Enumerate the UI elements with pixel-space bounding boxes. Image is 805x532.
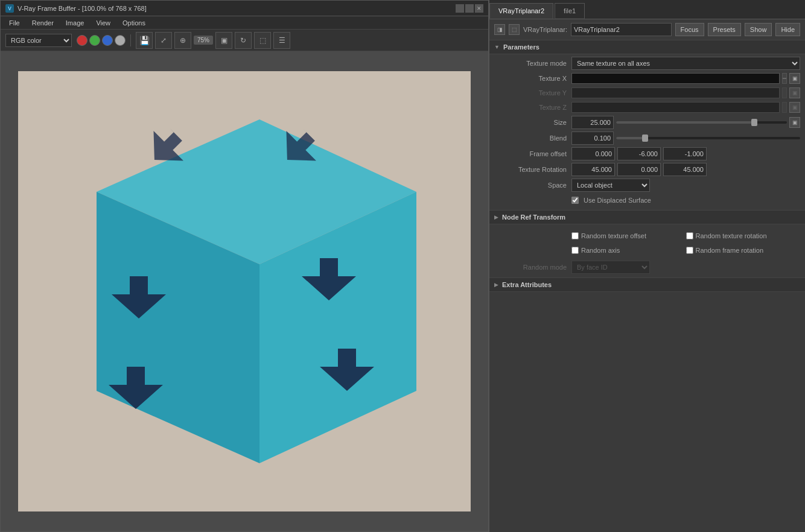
- random-texture-offset-row: Random texture offset: [571, 229, 686, 242]
- presets-btn[interactable]: Presets: [708, 23, 741, 36]
- tab-vray-triplanar2[interactable]: VRayTriplanar2: [489, 3, 553, 19]
- texture-x-swatch[interactable]: [571, 73, 780, 84]
- color-dot-white[interactable]: [115, 35, 126, 46]
- size-label: Size: [494, 119, 567, 126]
- frame-offset-x[interactable]: [571, 147, 615, 160]
- parameters-header[interactable]: ▼ Parameters: [489, 40, 805, 54]
- random-texture-offset-checkbox[interactable]: [571, 232, 579, 239]
- texture-z-icon[interactable]: ▣: [789, 102, 800, 113]
- texture-rotation-x[interactable]: [571, 163, 615, 176]
- frame-offset-y[interactable]: [617, 147, 661, 160]
- camera-btn[interactable]: ⬚: [254, 32, 271, 49]
- rotate-btn[interactable]: ↻: [235, 32, 252, 49]
- random-mode-row: Random mode By face ID: [489, 259, 805, 275]
- texture-y-row: Texture Y ▣: [489, 86, 805, 100]
- prop-header-row: ◨ ⬚ VRayTriplanar: Focus Presets Show Hi…: [489, 19, 805, 40]
- texture-x-slider[interactable]: [782, 73, 787, 84]
- expand-btn[interactable]: ⤢: [155, 32, 172, 49]
- color-dot-red[interactable]: [77, 35, 88, 46]
- vfb-close-btn[interactable]: ✕: [475, 4, 483, 13]
- use-displaced-label: Use Displaced Surface: [584, 197, 651, 204]
- texture-y-slider[interactable]: [782, 87, 787, 98]
- size-row: Size ▣: [489, 115, 805, 130]
- random-texture-rotation-checkbox[interactable]: [686, 232, 693, 239]
- menu-view[interactable]: View: [90, 18, 116, 28]
- menu-image[interactable]: Image: [60, 18, 91, 28]
- save-btn[interactable]: 💾: [136, 32, 153, 49]
- blend-input[interactable]: [571, 131, 614, 145]
- size-icon[interactable]: ▣: [789, 117, 800, 128]
- tab-file1[interactable]: file1: [555, 3, 585, 19]
- space-label: Space: [494, 182, 567, 189]
- extra-attributes-header[interactable]: ▶ Extra Attributes: [489, 277, 805, 292]
- vfb-titlebar: V V-Ray Frame Buffer - [100.0% of 768 x …: [1, 1, 488, 16]
- menu-options[interactable]: Options: [116, 18, 151, 28]
- vfb-menubar: File Render Image View Options: [1, 16, 488, 30]
- menu-file[interactable]: File: [3, 18, 26, 28]
- extra-attributes-title: Extra Attributes: [502, 281, 552, 288]
- texture-z-swatch[interactable]: [571, 102, 780, 113]
- node-ref-arrow-icon: ▶: [494, 214, 498, 220]
- frame-offset-z[interactable]: [663, 147, 707, 160]
- parameters-title: Parameters: [503, 43, 539, 51]
- layers-btn[interactable]: ☰: [273, 32, 290, 49]
- size-slider-track[interactable]: [616, 121, 787, 124]
- random-frame-rotation-label: Random frame rotation: [696, 247, 764, 254]
- texture-mode-label: Texture mode: [494, 60, 567, 67]
- texture-rotation-z[interactable]: [663, 163, 707, 176]
- texture-x-label: Texture X: [494, 75, 567, 82]
- random-frame-rotation-checkbox[interactable]: [686, 247, 693, 254]
- space-select[interactable]: Local object: [571, 179, 650, 192]
- focus-btn[interactable]: Focus: [675, 23, 704, 36]
- vfb-title: V-Ray Frame Buffer - [100.0% of 768 x 76…: [18, 5, 456, 12]
- use-displaced-checkbox[interactable]: [571, 197, 579, 204]
- texture-z-row: Texture Z ▣: [489, 100, 805, 115]
- texture-z-slider[interactable]: [782, 102, 787, 113]
- vfb-toolbar: RGB color 💾 ⤢ ⊕ 75% ▣ ↻ ⬚ ☰: [1, 30, 488, 51]
- texture-mode-row: Texture mode Same texture on all axes: [489, 55, 805, 71]
- vfb-window-controls: ✕: [456, 4, 483, 13]
- texture-x-row: Texture X ▣: [489, 71, 805, 86]
- collapse-icon1[interactable]: ◨: [494, 24, 505, 35]
- texture-rotation-label: Texture Rotation: [494, 166, 567, 173]
- prop-tabs: VRayTriplanar2 file1: [489, 0, 805, 19]
- canvas-area: [1, 51, 488, 531]
- vfb-maximize-btn[interactable]: [465, 4, 474, 13]
- color-dot-blue[interactable]: [102, 35, 113, 46]
- texture-mode-select[interactable]: Same texture on all axes: [571, 57, 800, 70]
- frame-btn[interactable]: ▣: [215, 32, 232, 49]
- random-mode-select[interactable]: By face ID: [571, 261, 650, 274]
- frame-offset-row: Frame offset: [489, 146, 805, 162]
- toolbar-sep1: [130, 34, 131, 46]
- hide-btn[interactable]: Hide: [775, 23, 800, 36]
- vray-triplanar-input[interactable]: [571, 23, 672, 36]
- extra-attributes-arrow-icon: ▶: [494, 282, 498, 288]
- blend-slider-track[interactable]: [616, 137, 800, 139]
- blend-row: Blend: [489, 130, 805, 146]
- size-input[interactable]: [571, 116, 614, 129]
- random-texture-rotation-row: Random texture rotation: [686, 229, 801, 242]
- random-axis-checkbox[interactable]: [571, 247, 579, 254]
- random-axis-label: Random axis: [581, 247, 620, 254]
- texture-y-swatch[interactable]: [571, 87, 780, 98]
- vfb-minimize-btn[interactable]: [456, 4, 464, 13]
- random-texture-offset-label: Random texture offset: [581, 232, 646, 239]
- frame-offset-label: Frame offset: [494, 150, 567, 157]
- zoom-badge: 75%: [194, 36, 213, 45]
- channel-select[interactable]: RGB color: [5, 34, 72, 47]
- blend-label: Blend: [494, 135, 567, 142]
- texture-x-icon[interactable]: ▣: [789, 73, 800, 84]
- properties-panel: VRayTriplanar2 file1 ◨ ⬚ VRayTriplanar: …: [489, 0, 805, 532]
- collapse-icon2[interactable]: ⬚: [509, 24, 520, 35]
- crosshair-btn[interactable]: ⊕: [174, 32, 191, 49]
- node-ref-header[interactable]: ▶ Node Ref Transform: [489, 210, 805, 224]
- menu-render[interactable]: Render: [26, 18, 60, 28]
- texture-rotation-y[interactable]: [617, 163, 661, 176]
- color-dot-green[interactable]: [89, 35, 100, 46]
- show-btn[interactable]: Show: [745, 23, 772, 36]
- texture-rotation-row: Texture Rotation: [489, 162, 805, 177]
- texture-y-icon[interactable]: ▣: [789, 87, 800, 98]
- random-mode-label: Random mode: [494, 264, 567, 271]
- random-axis-row: Random axis: [571, 244, 686, 257]
- texture-z-label: Texture Z: [494, 104, 567, 111]
